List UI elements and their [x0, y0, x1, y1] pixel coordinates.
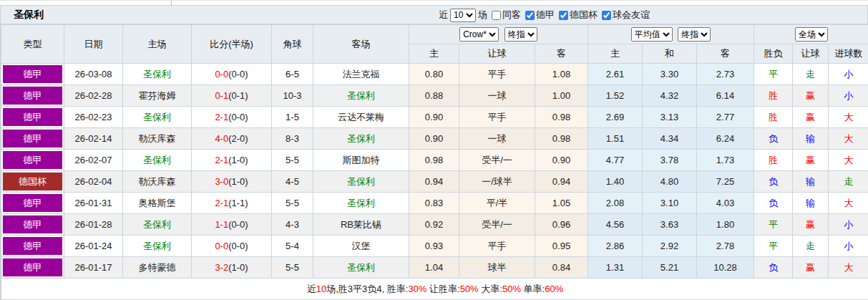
col-header-crow-home: 主 — [409, 44, 459, 64]
checkbox-club-friendly[interactable]: 球会友谊 — [598, 9, 650, 21]
halftime-score: (0-0) — [228, 241, 248, 251]
avg-group-header: 平均值 终指 — [588, 25, 754, 44]
home-team: 勒沃库森 — [123, 171, 192, 193]
corners: 4-5 — [272, 171, 313, 193]
halftime-score: (1-0) — [228, 176, 248, 187]
crow-handicap: 一球 — [459, 85, 535, 107]
halftime-score: (2-0) — [228, 133, 248, 144]
home-team: 勒沃库森 — [123, 128, 192, 150]
match-date: 26-03-08 — [64, 64, 123, 85]
corners: 5-5 — [272, 193, 313, 214]
result-wdl: 负 — [754, 193, 793, 214]
period-select[interactable]: 全场 — [795, 27, 828, 42]
avg-home-odds: 4.56 — [588, 214, 643, 236]
summary-value: 50% — [502, 284, 521, 294]
title-bar: 圣保利 近 10 场 同客 德甲 德国杯 球会友谊 — [1, 6, 867, 24]
club-friendly-checkbox[interactable] — [602, 11, 611, 20]
crow-handicap: 平/半 — [459, 193, 535, 214]
col-header-score: 比分(半场) — [192, 25, 272, 64]
col-header-avg-draw: 和 — [643, 44, 697, 64]
result-goals: 大 — [829, 107, 868, 128]
checkbox-bundesliga[interactable]: 德甲 — [521, 9, 555, 21]
crow-home-odds: 0.90 — [409, 107, 459, 128]
home-team: 圣保利 — [123, 214, 192, 236]
same-venue-checkbox[interactable] — [492, 11, 501, 20]
avg-source-select[interactable]: 平均值 — [631, 27, 673, 42]
score: 3-0(1-0) — [192, 171, 272, 193]
checkbox-same-venue[interactable]: 同客 — [487, 9, 521, 21]
avg-away-odds: 4.03 — [697, 193, 754, 214]
match-row: 德甲 26-01-17 多特蒙德 3-2(1-0) 5-5 圣保利 1.04 球… — [1, 257, 868, 279]
result-wdl: 负 — [754, 171, 793, 193]
crow-away-odds: 1.00 — [535, 85, 588, 107]
corners: 8-3 — [272, 128, 313, 150]
match-row: 德甲 26-01-31 奥格斯堡 2-1(1-1) 5-5 圣保利 0.83 平… — [1, 193, 868, 214]
summary-row: 近10场,胜3平3负4, 胜率:30% 让胜率:50% 大率:50% 单率:60… — [1, 279, 868, 300]
away-team: 圣保利 — [313, 193, 409, 214]
col-header-result-goals: 进球数 — [829, 44, 868, 64]
filter-controls: 近 10 场 同客 德甲 德国杯 球会友谊 — [439, 6, 650, 24]
avg-home-odds: 2.69 — [588, 107, 643, 128]
match-date: 26-01-24 — [64, 236, 123, 257]
avg-home-odds: 1.40 — [588, 171, 643, 193]
games-count-select[interactable]: 10 — [450, 9, 476, 22]
match-date: 26-02-23 — [64, 107, 123, 128]
halftime-score: (0-0) — [228, 69, 248, 79]
match-date: 26-02-14 — [64, 128, 123, 150]
league-badge: 德甲 — [3, 108, 62, 126]
league-type-cell: 德甲 — [1, 85, 64, 107]
crow-handicap: 平手 — [459, 64, 535, 85]
avg-draw-odds: 4.80 — [643, 171, 697, 193]
avg-draw-odds: 4.32 — [643, 85, 697, 107]
league-badge: 德甲 — [3, 65, 62, 83]
fulltime-score: 3-0 — [215, 176, 228, 187]
fulltime-score: 2-1 — [215, 155, 228, 165]
avg-draw-odds: 3.10 — [643, 193, 697, 214]
crow-handicap: 一球 — [459, 128, 535, 150]
col-header-away: 客场 — [313, 25, 409, 64]
avg-draw-odds: 5.21 — [643, 257, 697, 279]
col-header-result-wdl: 胜负 — [754, 44, 793, 64]
match-date: 26-01-31 — [64, 193, 123, 214]
score: 0-0(0-0) — [192, 64, 272, 85]
result-goals: 大 — [829, 193, 868, 214]
crow-odds-stage-select[interactable]: 终指 — [504, 27, 537, 42]
result-wdl: 平 — [754, 214, 793, 236]
avg-draw-odds: 3.78 — [643, 150, 697, 171]
league-type-cell: 德甲 — [1, 214, 64, 236]
halftime-score: (0-1) — [228, 90, 248, 101]
checkbox-label: 球会友谊 — [613, 9, 650, 21]
result-handicap: 赢 — [793, 257, 829, 279]
avg-odds-stage-select[interactable]: 终指 — [678, 27, 711, 42]
summary-value: 30% — [408, 284, 426, 294]
match-row: 德甲 26-01-28 圣保利 1-1(0-0) 4-3 RB莱比锡 0.92 … — [1, 214, 868, 236]
halftime-score: (1-1) — [228, 198, 248, 208]
league-badge: 德甲 — [3, 194, 62, 212]
col-header-avg-home: 主 — [588, 44, 643, 64]
top-strip — [0, 0, 868, 5]
crow-away-odds: 1.08 — [535, 64, 588, 85]
bookmaker-select[interactable]: Crow* — [459, 27, 499, 42]
result-handicap: 输 — [793, 193, 829, 214]
result-handicap: 赢 — [793, 107, 829, 128]
league-type-cell: 德国杯 — [1, 171, 64, 193]
result-handicap: 走 — [793, 236, 829, 257]
dfb-pokal-checkbox[interactable] — [559, 11, 568, 20]
checkbox-dfb-pokal[interactable]: 德国杯 — [555, 9, 598, 21]
away-team: 圣保利 — [313, 257, 409, 279]
avg-draw-odds: 3.13 — [643, 107, 697, 128]
bundesliga-checkbox[interactable] — [525, 11, 535, 20]
away-team: 圣保利 — [313, 171, 409, 193]
summary-seg: 单率: — [521, 284, 545, 294]
corners: 10-3 — [272, 85, 313, 107]
crow-handicap: 受半/一 — [459, 214, 535, 236]
score: 0-0(0-0) — [192, 236, 272, 257]
away-team: 云达不莱梅 — [313, 107, 409, 128]
result-handicap: 输 — [793, 171, 829, 193]
corners: 5-4 — [272, 236, 313, 257]
col-header-avg-away: 客 — [697, 44, 754, 64]
league-badge: 德甲 — [3, 130, 62, 147]
avg-away-odds: 2.78 — [697, 236, 754, 257]
crow-group-header: Crow* 终指 — [409, 25, 588, 44]
away-team: 法兰克福 — [313, 64, 409, 85]
